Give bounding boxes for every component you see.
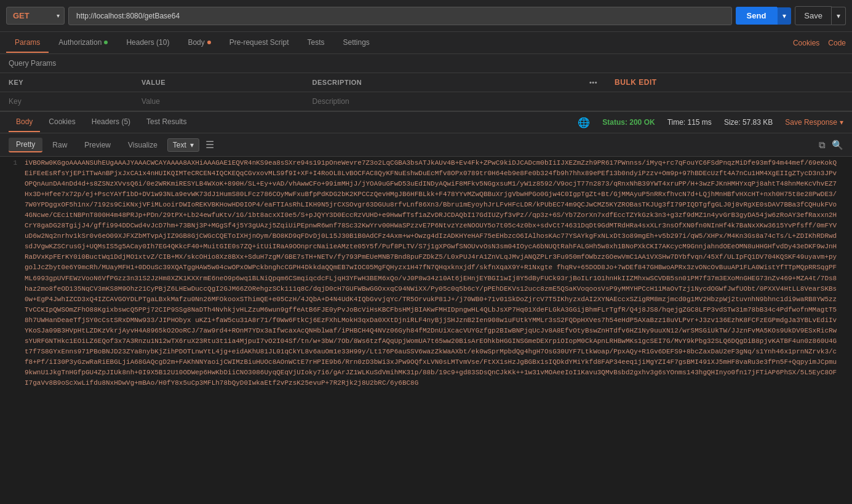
code-link[interactable]: Code <box>828 39 846 47</box>
line-content: iVBORw0KGgoAAAANSUhEUgAAAJYAAACWCAYAAAA8… <box>25 157 852 388</box>
resp-tab-cookies[interactable]: Cookies <box>41 112 82 132</box>
copy-icon[interactable]: ⧉ <box>819 140 826 151</box>
response-header: Body Cookies Headers (5) Test Results 🌐 … <box>0 111 852 133</box>
tab-body[interactable]: Body <box>179 33 219 53</box>
code-area: 1 iVBORw0KGgoAAAANSUhEUgAAAJYAAACWCAYAAA… <box>0 157 852 504</box>
format-visualize-button[interactable]: Visualize <box>121 138 165 152</box>
search-icon[interactable]: 🔍 <box>832 140 843 151</box>
code-line: 1 iVBORw0KGgoAAAANSUhEUgAAAJYAAACWCAYAAA… <box>0 157 852 388</box>
method-select[interactable]: GET POST PUT DELETE <box>6 7 65 25</box>
bulk-edit-button[interactable]: Bulk Edit <box>615 78 657 87</box>
tab-authorization[interactable]: Authorization <box>50 33 116 53</box>
save-response-button[interactable]: Save Response ▾ <box>785 118 843 127</box>
th-actions[interactable]: ••• <box>581 73 606 92</box>
format-preview-button[interactable]: Preview <box>77 138 118 152</box>
th-bulk-edit[interactable]: Bulk Edit <box>606 73 852 92</box>
save-response-label: Save Response <box>785 118 837 127</box>
text-format-label: Text <box>173 141 186 149</box>
tab-right-links: Cookies Code <box>793 39 846 47</box>
send-dropdown-button[interactable]: ▾ <box>777 7 791 25</box>
resp-tab-test-results[interactable]: Test Results <box>139 112 194 132</box>
save-button[interactable]: Save <box>795 6 832 25</box>
th-value: VALUE <box>133 73 304 92</box>
status-badge: Status: 200 OK <box>602 118 655 127</box>
resp-tab-headers[interactable]: Headers (5) <box>84 112 138 132</box>
align-icon[interactable]: ☰ <box>205 139 214 151</box>
response-area: Body Cookies Headers (5) Test Results 🌐 … <box>0 111 852 504</box>
format-toolbar: Pretty Raw Preview Visualize Text ▾ ☰ ⧉ … <box>0 133 852 157</box>
response-status: 🌐 Status: 200 OK Time: 115 ms Size: 57.8… <box>578 117 843 128</box>
url-input[interactable] <box>68 7 732 25</box>
tab-tests[interactable]: Tests <box>298 33 333 53</box>
save-button-group: Save ▾ <box>795 6 846 25</box>
query-params-title: Query Params <box>0 54 852 73</box>
key-cell[interactable]: Key <box>0 92 133 111</box>
text-format-arrow: ▾ <box>190 141 194 149</box>
format-raw-button[interactable]: Raw <box>45 138 74 152</box>
params-table: KEY VALUE DESCRIPTION ••• Bulk Edit Key … <box>0 73 852 111</box>
format-pretty-button[interactable]: Pretty <box>9 138 42 152</box>
request-tabs-bar: Params Authorization Headers (10) Body P… <box>0 32 852 54</box>
value-cell[interactable]: Value <box>133 92 304 111</box>
method-selector[interactable]: GET POST PUT DELETE <box>6 7 65 25</box>
send-button[interactable]: Send <box>736 7 778 25</box>
th-key: KEY <box>0 73 133 92</box>
tab-pre-request[interactable]: Pre-request Script <box>221 33 298 53</box>
tab-settings[interactable]: Settings <box>335 33 378 53</box>
text-format-selector[interactable]: Text ▾ <box>167 138 199 152</box>
th-description: DESCRIPTION <box>304 73 581 92</box>
tab-headers[interactable]: Headers (10) <box>117 33 178 53</box>
globe-icon: 🌐 <box>578 117 590 128</box>
save-response-arrow: ▾ <box>840 118 843 127</box>
format-right-icons: ⧉ 🔍 <box>819 140 843 151</box>
main-content: Query Params KEY VALUE DESCRIPTION ••• B… <box>0 54 852 504</box>
authorization-dot <box>104 41 108 44</box>
actions-icon: ••• <box>589 79 597 86</box>
response-size: Size: 57.83 KB <box>724 118 773 127</box>
tab-params[interactable]: Params <box>6 33 49 53</box>
resp-tab-body[interactable]: Body <box>9 112 40 132</box>
top-bar: GET POST PUT DELETE Send ▾ Save ▾ <box>0 0 852 32</box>
body-dot <box>207 41 211 44</box>
response-time: Time: 115 ms <box>667 118 712 127</box>
extra-cell <box>606 92 852 111</box>
table-row: Key Value Description <box>0 92 852 111</box>
description-cell[interactable]: Description <box>304 92 581 111</box>
cookies-link[interactable]: Cookies <box>793 39 819 47</box>
actions-cell <box>581 92 606 111</box>
upper-section: Query Params KEY VALUE DESCRIPTION ••• B… <box>0 54 852 111</box>
save-dropdown-button[interactable]: ▾ <box>832 7 846 25</box>
line-number: 1 <box>0 157 25 388</box>
send-button-group: Send ▾ <box>736 7 792 25</box>
